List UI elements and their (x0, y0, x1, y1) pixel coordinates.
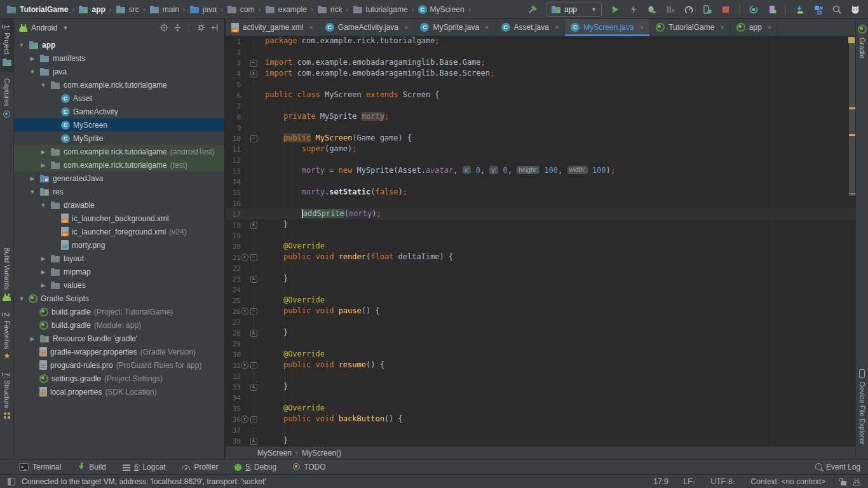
tree-row[interactable]: morty.png (14, 238, 224, 252)
code-editor[interactable]: 1package com.example.rick.tutorialgame;2… (226, 36, 855, 446)
tool-stripe-button-device-file-explorer[interactable]: Device File Explorer (857, 363, 867, 450)
tree-row[interactable]: gradle-wrapper.properties(Gradle Version… (14, 345, 224, 358)
fold-marker-icon[interactable]: ∧ (248, 381, 259, 391)
expanded-arrow-icon[interactable]: ▼ (29, 189, 36, 195)
expanded-arrow-icon[interactable]: ▼ (29, 69, 36, 75)
collapsed-arrow-icon[interactable]: ▶ (39, 162, 47, 168)
collapsed-arrow-icon[interactable]: ▶ (39, 255, 47, 262)
fold-close-icon[interactable]: ∧ (250, 330, 257, 337)
tree-row[interactable]: ▶Resource Bundle 'gradle' (14, 332, 224, 345)
breadcrumb-item[interactable]: example (264, 4, 308, 15)
tree-row[interactable]: ▼java (14, 65, 224, 78)
tree-row[interactable]: ▼Gradle Scripts (14, 292, 224, 305)
override-method-gutter-icon[interactable]: ↑ (241, 252, 248, 261)
fold-open-icon[interactable]: − (250, 254, 257, 261)
run-icon[interactable] (607, 3, 623, 17)
tree-row[interactable]: settings.gradle(Project Settings) (14, 372, 224, 385)
fold-open-icon[interactable]: − (250, 135, 257, 142)
tree-row[interactable]: local.properties(SDK Location) (14, 385, 224, 398)
close-icon[interactable]: × (720, 24, 724, 31)
collapsed-arrow-icon[interactable]: ▶ (29, 55, 36, 62)
caret-position-widget[interactable]: 17:9 (653, 477, 668, 486)
vcs-stripe-mark[interactable] (849, 193, 855, 194)
tree-row[interactable]: ▼com.example.rick.tutorialgame (14, 78, 224, 92)
fold-close-icon[interactable]: ∧ (250, 276, 257, 283)
warning-stripe-mark[interactable] (849, 107, 855, 109)
expanded-arrow-icon[interactable]: ▼ (18, 42, 25, 48)
expanded-arrow-icon[interactable]: ▼ (39, 202, 47, 208)
profiler-gauge-icon[interactable] (681, 3, 696, 17)
collapsed-arrow-icon[interactable]: ▶ (29, 336, 36, 342)
breadcrumb-item[interactable]: TutorialGame (5, 4, 69, 15)
override-icon[interactable]: ↑ (241, 362, 248, 369)
editor-tab-app[interactable]: app× (731, 19, 778, 36)
breadcrumb-item[interactable]: java (188, 4, 218, 15)
tree-row[interactable]: build.gradle(Module: app) (14, 318, 224, 332)
fold-open-icon[interactable]: − (250, 308, 257, 315)
tree-row[interactable]: proguard-rules.pro(ProGuard Rules for ap… (14, 358, 224, 372)
attach-debugger-icon[interactable] (700, 3, 715, 17)
tool-stripe-button-gradle[interactable]: Gradle (857, 19, 868, 64)
fold-close-icon[interactable]: ∧ (250, 438, 257, 445)
run-with-coverage-icon[interactable] (663, 3, 678, 17)
tree-row[interactable]: ic_launcher_foreground.xml(v24) (14, 225, 224, 238)
fold-marker-icon[interactable]: ∧ (248, 327, 259, 337)
tool-stripe-button-captures[interactable]: Captures (2, 72, 12, 123)
editor-tab-gameactivity-java[interactable]: GameActivity.java× (320, 19, 415, 36)
lock-icon[interactable] (841, 481, 846, 485)
profile-avatar[interactable] (848, 3, 863, 17)
override-icon[interactable]: ↑ (241, 308, 248, 315)
collapsed-arrow-icon[interactable]: ▶ (39, 269, 47, 275)
fold-marker-icon[interactable]: − (248, 360, 259, 369)
android-head-icon[interactable] (853, 480, 860, 485)
tree-row[interactable]: MySprite (14, 132, 224, 145)
warning-stripe-mark[interactable] (849, 134, 855, 136)
tool-button-build[interactable]: Build (78, 463, 106, 471)
collapsed-arrow-icon[interactable]: ▶ (39, 149, 47, 155)
close-icon[interactable]: × (309, 24, 313, 31)
close-icon[interactable]: × (555, 24, 559, 31)
debug-icon[interactable] (644, 3, 660, 17)
fold-marker-icon[interactable]: ∧ (248, 435, 259, 445)
gear-icon[interactable] (196, 23, 206, 32)
locate-file-icon[interactable] (159, 23, 169, 32)
search-everywhere-icon[interactable] (829, 3, 844, 17)
close-icon[interactable]: × (640, 24, 644, 31)
encoding-widget[interactable]: UTF-8↕ (711, 477, 736, 486)
project-view-selector[interactable]: Android (31, 24, 57, 32)
editor-tab-myscreen-java[interactable]: MyScreen.java× (565, 19, 650, 36)
fold-open-icon[interactable]: − (250, 60, 257, 67)
tree-row[interactable]: GameActivity (14, 105, 224, 118)
tree-row[interactable]: ic_launcher_background.xml (14, 212, 224, 225)
event-log-button[interactable]: Event Log (815, 463, 860, 471)
tool-stripe-button-structure[interactable]: 7: Structure (2, 367, 12, 424)
close-icon[interactable]: × (485, 24, 489, 31)
sync-gradle-icon[interactable] (746, 3, 761, 17)
tool-button-terminal[interactable]: Terminal (19, 463, 61, 471)
override-method-gutter-icon[interactable]: ↑ (241, 306, 248, 315)
breadcrumb-item[interactable]: src (114, 4, 140, 15)
tree-row[interactable]: ▶com.example.rick.tutorialgame(test) (14, 158, 224, 172)
tool-stripe-button-build-variants[interactable]: Build Variants (1, 241, 12, 307)
fold-marker-icon[interactable]: − (248, 57, 259, 67)
tree-row[interactable]: ▶manifests (14, 51, 224, 65)
context-widget[interactable]: Context: <no context> (751, 477, 825, 486)
tool-button-profiler[interactable]: Profiler (182, 463, 218, 471)
run-configuration-select[interactable]: app ▼ (546, 3, 602, 17)
override-method-gutter-icon[interactable]: ↑ (241, 414, 248, 423)
fold-marker-icon[interactable]: ∧ (248, 68, 259, 78)
apply-changes-icon[interactable] (626, 3, 641, 17)
tree-row[interactable]: ▶generatedJava (14, 172, 224, 185)
close-icon[interactable]: × (768, 24, 771, 31)
override-icon[interactable]: ↑ (241, 416, 248, 423)
fold-marker-icon[interactable]: − (248, 306, 259, 315)
collapsed-arrow-icon[interactable]: ▶ (29, 175, 36, 182)
tree-row[interactable]: ▶values (14, 278, 224, 292)
tree-row[interactable]: ▼drawable (14, 198, 224, 212)
tree-row[interactable]: ▼res (14, 185, 224, 198)
editor-breadcrumb-item[interactable]: MyScreen (257, 449, 292, 458)
close-icon[interactable]: × (404, 24, 408, 31)
fold-marker-icon[interactable]: − (248, 414, 259, 423)
build-hammer-icon[interactable] (525, 3, 540, 17)
fold-marker-icon[interactable]: − (248, 252, 259, 261)
